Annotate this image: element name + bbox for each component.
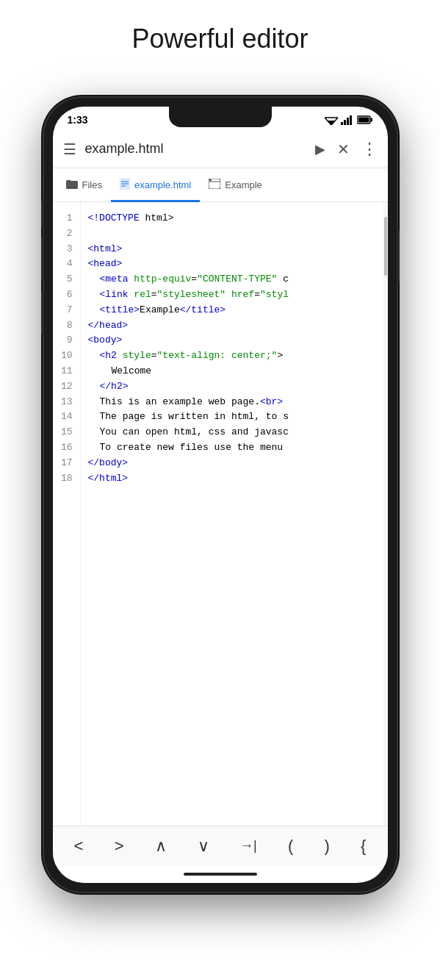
svg-rect-4: [344, 120, 346, 125]
code-editor[interactable]: 1 2 3 4 5 6 7 8 9 10 11 12 13 14 15 16 1: [53, 202, 388, 826]
code-line-16: To create new files use the menu: [88, 440, 383, 456]
phone-bottom-bar: [53, 865, 388, 883]
svg-rect-8: [370, 118, 372, 122]
code-line-8: </head>: [88, 318, 383, 334]
code-line-1: <!DOCTYPE html>: [88, 211, 383, 226]
svg-rect-5: [347, 118, 349, 125]
phone-screen: 1:33: [53, 107, 388, 883]
power-button: [397, 230, 400, 282]
tab-files-label: Files: [82, 179, 102, 190]
tab-example-html-label: example.html: [134, 179, 191, 190]
code-line-2: [88, 226, 383, 242]
back-button[interactable]: <: [67, 832, 91, 860]
page-title: Powerful editor: [117, 0, 322, 72]
doc-icon: [120, 178, 130, 192]
svg-rect-9: [358, 118, 369, 123]
line-numbers: 1 2 3 4 5 6 7 8 9 10 11 12 13 14 15 16 1: [53, 202, 81, 826]
volume-up-button: [41, 237, 44, 282]
down-button[interactable]: ∨: [190, 832, 217, 860]
code-line-12: </h2>: [88, 379, 383, 395]
up-button[interactable]: ∧: [148, 832, 174, 860]
code-line-14: The page is written in html, to s: [88, 409, 383, 425]
tab-example-label: Example: [225, 179, 262, 190]
close-paren-button[interactable]: ): [317, 832, 336, 860]
code-line-15: You can open html, css and javasc: [88, 425, 383, 440]
svg-rect-3: [341, 122, 343, 125]
phone-frame: 1:33: [44, 98, 397, 892]
play-icon[interactable]: ▶: [315, 141, 325, 157]
code-line-4: <head>: [88, 257, 383, 272]
svg-rect-18: [209, 179, 212, 181]
code-content: <!DOCTYPE html> <html> <head> <meta http…: [81, 202, 383, 826]
code-line-17: </body>: [88, 456, 383, 471]
signal-icon: [341, 115, 354, 125]
mute-button: [41, 201, 44, 227]
menu-icon[interactable]: ☰: [63, 140, 76, 158]
code-line-9: <body>: [88, 333, 383, 348]
more-icon[interactable]: ⋮: [361, 140, 378, 159]
volume-down-button: [41, 290, 44, 335]
bottom-toolbar: < > ∧ ∨ →| ( ) {: [53, 826, 388, 865]
app-toolbar: ☰ example.html ▶ ✕ ⋮: [53, 130, 388, 168]
wifi-icon: [325, 115, 338, 125]
tab-example[interactable]: Example: [200, 169, 271, 202]
code-line-5: <meta http-equiv="CONTENT-TYPE" c: [88, 272, 383, 287]
phone-wrapper: 1:33: [40, 72, 400, 918]
scrollbar-thumb[interactable]: [384, 217, 387, 276]
toolbar-filename: example.html: [85, 141, 306, 157]
code-line-3: <html>: [88, 242, 383, 257]
tab-files[interactable]: Files: [57, 169, 111, 202]
status-time: 1:33: [68, 114, 88, 126]
battery-icon: [357, 115, 373, 124]
code-line-18: </html>: [88, 471, 383, 487]
home-indicator: [184, 873, 257, 876]
browser-icon: [209, 179, 220, 191]
forward-button[interactable]: >: [107, 832, 131, 860]
folder-icon: [66, 179, 78, 191]
tab-end-button[interactable]: →|: [233, 834, 264, 858]
tab-example-html[interactable]: example.html: [111, 169, 200, 202]
svg-rect-6: [350, 115, 352, 125]
open-paren-button[interactable]: (: [281, 832, 300, 860]
scrollbar[interactable]: [383, 202, 388, 826]
close-icon[interactable]: ✕: [337, 140, 350, 158]
tabs-bar: Files example.html: [53, 168, 388, 202]
code-line-10: <h2 style="text-align: center;">: [88, 348, 383, 364]
phone-notch: [169, 107, 272, 127]
status-icons: [325, 115, 373, 125]
code-line-7: <title>Example</title>: [88, 303, 383, 318]
svg-rect-11: [66, 180, 71, 183]
code-line-13: This is an example web page.<br>: [88, 395, 383, 410]
code-line-6: <link rel="stylesheet" href="styl: [88, 287, 383, 303]
open-brace-button[interactable]: {: [353, 832, 373, 860]
code-line-11: Welcome: [88, 364, 383, 379]
